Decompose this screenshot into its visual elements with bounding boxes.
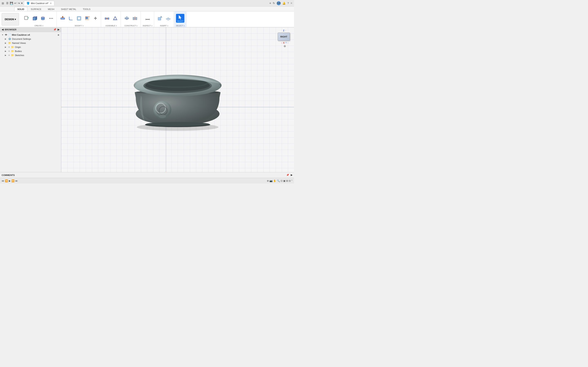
create-group: CREATE ▾ (21, 11, 57, 27)
refresh-icon[interactable]: ↻ (273, 2, 275, 5)
browser-pin-icon[interactable]: 📌 (53, 28, 56, 31)
zoom-fit-icon[interactable]: ⊡ (281, 179, 283, 182)
insert-mesh-btn[interactable] (156, 15, 164, 22)
nav-end-icon[interactable]: ⏭ (15, 179, 18, 182)
measure-btn[interactable] (144, 15, 151, 22)
tab-surface[interactable]: SURFACE (28, 7, 44, 11)
cylinder-btn[interactable] (39, 15, 47, 22)
tree-eye-bodies[interactable]: 👁 (8, 50, 10, 52)
grid-icon[interactable]: ⊞ (286, 179, 288, 182)
browser-expand-icon[interactable]: ▶ (58, 28, 60, 31)
comments-expand-icon[interactable]: ▶ (291, 174, 292, 176)
help-icon[interactable]: ? (287, 2, 289, 5)
select-icon (177, 15, 183, 20)
svg-marker-46 (179, 15, 181, 19)
comments-pin-icon[interactable]: 📌 (286, 174, 289, 176)
tab-sheet-metal[interactable]: SHEET METAL (58, 7, 79, 11)
combine-btn[interactable]: ✛ (91, 15, 99, 22)
shell-icon (76, 16, 82, 21)
nav-play-icon[interactable]: ▶ (9, 179, 11, 182)
comments-label: COMMENTS (2, 174, 15, 176)
create-label: CREATE ▾ (35, 24, 43, 27)
svg-rect-0 (25, 16, 28, 20)
svg-rect-32 (133, 17, 135, 20)
tree-arrow-bodies: ▶ (5, 50, 7, 52)
midplane-btn[interactable] (131, 15, 139, 22)
undo-icon[interactable]: ↩ (14, 2, 17, 5)
tree-label-origin: Origin (15, 46, 60, 48)
tab-doc-icon: 🪣 (26, 2, 30, 5)
select-btn[interactable]: SELECT (176, 14, 184, 23)
svg-marker-42 (161, 16, 162, 17)
new-component-btn[interactable] (23, 15, 30, 22)
user-icon[interactable]: SP (277, 1, 281, 5)
display-dropdown-icon[interactable]: ▾ (292, 179, 292, 182)
tab-mesh[interactable]: MESH (45, 7, 58, 11)
view-cube[interactable]: Z ↑ RIGHT ←X Y→ ⊕ (278, 29, 292, 48)
tree-record-icon[interactable]: ⏺ (57, 34, 60, 36)
new-tab-icon[interactable]: + (269, 1, 271, 5)
tree-arrow-root: ▼ (2, 34, 4, 36)
tree-item-sketches[interactable]: ▶ 👁 📁 Sketches (0, 53, 61, 57)
display-icon[interactable]: ▣ (283, 179, 285, 182)
main-area: ◀ BROWSER 📌 ▶ ▼ 👁 📄 Mini Cauldron v4 ⏺ ▶… (0, 27, 294, 172)
tree-icon-sketches: 📁 (11, 54, 14, 57)
tree-eye-sketches[interactable]: 👁 (8, 54, 10, 57)
snap-icon[interactable]: ⊕ (267, 179, 269, 182)
nav-prev-icon[interactable]: ⏪ (5, 179, 8, 182)
nav-start-icon[interactable]: ⏮ (2, 179, 4, 182)
browser-label: BROWSER (5, 28, 16, 31)
design-dropdown[interactable]: DESIGN ▾ (2, 13, 19, 25)
y-axis-indicator: Y→ (285, 42, 289, 44)
screenshot-icon[interactable]: 📷 (269, 179, 273, 182)
zoom-icon[interactable]: 🔍 (277, 179, 280, 182)
joint-btn[interactable] (103, 15, 111, 22)
scale-btn[interactable] (83, 15, 91, 22)
tree-eye-root[interactable]: 👁 (5, 34, 7, 36)
status-icons: ⊕ 📷 ✋ 🔍 ⊡ ▣ ⊞ ⊟ ▾ (267, 179, 292, 182)
svg-point-26 (107, 18, 108, 19)
more-icon[interactable]: ▾ (21, 2, 23, 5)
tree-eye-origin[interactable]: 👁 (8, 46, 10, 48)
viewport[interactable]: Z ↑ RIGHT ←X Y→ ⊕ (61, 27, 294, 172)
assemble-icons (103, 12, 119, 24)
grid-settings-icon[interactable]: ⊟ (289, 179, 291, 182)
app-menu-icon[interactable]: ☰ (6, 2, 9, 5)
fillet-btn[interactable] (67, 15, 75, 22)
svg-rect-3 (33, 17, 36, 20)
tree-item-origin[interactable]: ▶ 👁 📁 Origin (0, 45, 61, 49)
save-icon[interactable]: 💾 (10, 2, 13, 5)
tab-close-icon[interactable]: ✕ (50, 2, 52, 5)
app-grid-icon[interactable]: ⊞ (2, 2, 4, 5)
tree-item-root[interactable]: ▼ 👁 📄 Mini Cauldron v4 ⏺ (0, 33, 61, 37)
tab-solid[interactable]: SOLID (14, 7, 27, 11)
tab-tools[interactable]: TOOLS (80, 7, 94, 11)
canvas-btn[interactable] (164, 15, 172, 22)
tree-item-bodies[interactable]: ▶ 👁 📁 Bodies (0, 49, 61, 53)
pan-icon[interactable]: ✋ (273, 179, 276, 182)
cube-axes: Z ↑ (278, 29, 292, 32)
more-create-btn[interactable] (47, 15, 55, 22)
as-built-joint-btn[interactable] (111, 15, 119, 22)
shell-btn[interactable] (75, 15, 83, 22)
offset-plane-btn[interactable] (123, 15, 131, 22)
view-cube-face[interactable]: RIGHT (278, 33, 290, 41)
title-actions: + ↻ SP 🔔 ? × (269, 1, 292, 5)
close-icon[interactable]: × (291, 1, 292, 5)
insert-group: INSERT ▾ (155, 11, 174, 27)
tree-icon-named-views: 📁 (8, 42, 11, 44)
redo-icon[interactable]: ↪ (18, 2, 20, 5)
box-btn[interactable] (31, 15, 39, 22)
nav-next-icon[interactable]: ⏩ (11, 179, 15, 182)
browser-collapse-icon[interactable]: ◀ (2, 28, 3, 31)
title-bar: ⊞ ☰ 💾 ↩ ↪ ▾ 🪣 Mini Cauldron v4* ✕ + ↻ SP… (0, 0, 294, 7)
select-group-label: SELECT ▾ (176, 24, 185, 27)
notification-icon[interactable]: 🔔 (282, 2, 286, 5)
document-tab[interactable]: 🪣 Mini Cauldron v4* ✕ (24, 1, 54, 6)
press-pull-btn[interactable] (59, 15, 67, 22)
tree-item-doc-settings[interactable]: ▶ ⚙️ Document Settings (0, 37, 61, 41)
tree-item-named-views[interactable]: ▶ 📁 Named Views (0, 41, 61, 45)
tree-label-sketches: Sketches (15, 54, 60, 57)
svg-rect-33 (135, 17, 137, 20)
svg-rect-41 (158, 17, 161, 20)
